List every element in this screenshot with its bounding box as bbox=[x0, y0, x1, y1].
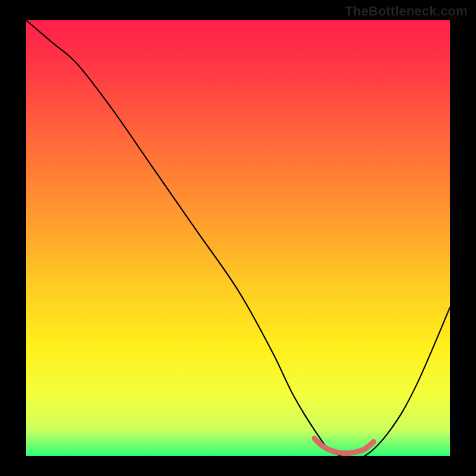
watermark-text: TheBottleneck.com bbox=[345, 4, 468, 19]
plot-background bbox=[26, 20, 450, 456]
bottleneck-chart bbox=[0, 0, 476, 476]
chart-frame: TheBottleneck.com bbox=[0, 0, 476, 476]
